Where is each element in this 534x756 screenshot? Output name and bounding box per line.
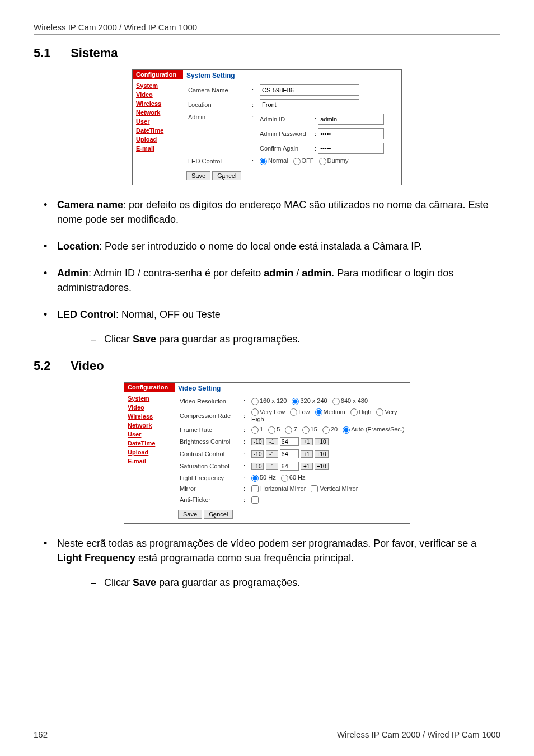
contrast-minus10[interactable]: -10 (251, 450, 264, 458)
mirror-label: Mirror (178, 483, 242, 495)
admin-label: Admin (186, 112, 250, 156)
section-title: Sistema (71, 46, 118, 60)
sidebar-item-wireless[interactable]: Wireless (136, 99, 180, 108)
sidebar-item-wireless[interactable]: Wireless (128, 412, 171, 421)
saturation-value[interactable] (280, 462, 299, 471)
fr-1-radio[interactable] (251, 426, 259, 434)
sidebar-item-user[interactable]: User (128, 430, 171, 439)
video-setting-panel: Video Setting Video Resolution : 160 x 1… (175, 383, 410, 523)
saturation-plus10[interactable]: +10 (315, 463, 329, 470)
section-number: 5.1 (34, 46, 67, 60)
confirm-again-input[interactable] (318, 143, 384, 154)
fr-15-radio[interactable] (302, 426, 310, 434)
sidebar-item-datetime[interactable]: DateTime (128, 439, 171, 448)
brightness-plus10[interactable]: +10 (315, 438, 329, 445)
sidebar-item-system[interactable]: System (128, 394, 171, 403)
contrast-value[interactable] (280, 449, 299, 458)
fr-auto-radio[interactable] (343, 426, 350, 434)
res-640-radio[interactable] (332, 398, 340, 405)
sidebar-item-system[interactable]: System (136, 81, 180, 90)
brightness-value[interactable] (280, 437, 299, 446)
bullet-location: Location: Pode ser introduzido o nome do… (44, 239, 500, 253)
compression-rate-label: Compression Rate (178, 407, 242, 425)
sidebar-item-email[interactable]: E-mail (128, 457, 171, 466)
location-input[interactable] (260, 99, 359, 110)
contrast-plus1[interactable]: +1 (301, 450, 313, 458)
res-640-text: 640 x 480 (341, 397, 368, 404)
bullet-video-desc: Neste ecrã todas as programações de víde… (44, 536, 500, 590)
camera-name-label: Camera Name (186, 83, 250, 97)
sidebar-tab-configuration[interactable]: Configuration (124, 383, 175, 392)
sidebar-item-video[interactable]: Video (128, 403, 171, 412)
sub-bullet-save-1: Clicar Save para guardar as programações… (91, 332, 500, 346)
fr-7-text: 7 (293, 426, 297, 433)
page-number: 162 (34, 730, 48, 739)
sidebar-item-video[interactable]: Video (136, 90, 180, 99)
brightness-minus10[interactable]: -10 (251, 438, 264, 445)
saturation-plus1[interactable]: +1 (301, 463, 313, 470)
horizontal-mirror-checkbox[interactable] (251, 485, 259, 492)
sidebar-item-upload[interactable]: Upload (136, 135, 180, 144)
comp-vlow-radio[interactable] (251, 408, 259, 416)
fr-5-radio[interactable] (268, 426, 275, 434)
comp-high-radio[interactable] (350, 408, 358, 416)
sidebar-item-email[interactable]: E-mail (136, 144, 180, 153)
video-save-button[interactable]: Save (178, 510, 202, 519)
camera-name-input[interactable] (260, 84, 359, 96)
system-setting-screenshot: Configuration System Video Wireless Netw… (132, 69, 402, 185)
section-5-2-heading: 5.2 Video (34, 359, 500, 373)
comp-vhigh-radio[interactable] (376, 408, 383, 416)
comp-med-radio[interactable] (315, 408, 322, 416)
video-cancel-button[interactable]: Cancel (204, 510, 233, 519)
sidebar-item-user[interactable]: User (136, 117, 180, 126)
anti-flicker-checkbox[interactable] (251, 496, 259, 504)
sidebar-tab-configuration[interactable]: Configuration (133, 70, 183, 79)
freq-50-radio[interactable] (251, 475, 259, 482)
freq-60-text: 60 Hz (289, 474, 306, 481)
fr-auto-text: Auto (351, 426, 364, 433)
saturation-minus10[interactable]: -10 (251, 463, 264, 470)
comp-high-text: High (359, 408, 372, 415)
sidebar-item-network[interactable]: Network (136, 108, 180, 117)
led-dummy-text: Dummy (327, 157, 349, 164)
contrast-minus1[interactable]: -1 (266, 450, 278, 458)
sidebar-item-network[interactable]: Network (128, 421, 171, 430)
video-setting-screenshot: Configuration System Video Wireless Netw… (124, 382, 410, 524)
res-160-radio[interactable] (251, 398, 259, 405)
confirm-again-label: Confirm Again (260, 145, 313, 152)
section-5-1-heading: 5.1 Sistema (34, 46, 500, 60)
saturation-label: Saturation Control (178, 460, 242, 472)
contrast-plus10[interactable]: +10 (315, 450, 329, 458)
res-320-text: 320 x 240 (300, 397, 327, 404)
comp-low-text: Low (298, 408, 310, 415)
sidebar-item-upload[interactable]: Upload (128, 448, 171, 457)
freq-60-radio[interactable] (281, 475, 288, 482)
system-cancel-button[interactable]: Cancel (212, 171, 241, 180)
led-normal-radio[interactable] (260, 158, 267, 165)
comp-low-radio[interactable] (290, 408, 297, 416)
system-save-button[interactable]: Save (186, 171, 210, 180)
section-title: Video (71, 359, 104, 373)
admin-password-input[interactable] (318, 128, 384, 139)
page-header: Wireless IP Cam 2000 / Wired IP Cam 1000 (34, 22, 500, 35)
sidebar-item-datetime[interactable]: DateTime (136, 126, 180, 135)
mouse-cursor-icon: ↖ (219, 173, 226, 182)
led-off-radio[interactable] (293, 158, 301, 165)
fr-7-radio[interactable] (285, 426, 292, 434)
fr-suffix: (Frames/Sec.) (366, 426, 405, 433)
admin-id-input[interactable] (318, 114, 384, 125)
config-sidebar: Configuration System Video Wireless Netw… (124, 383, 175, 523)
system-setting-panel: System Setting Camera Name : Location : (183, 70, 401, 185)
contrast-label: Contrast Control (178, 448, 242, 460)
fr-1-text: 1 (260, 426, 263, 433)
fr-5-text: 5 (277, 426, 280, 433)
fr-20-radio[interactable] (322, 426, 330, 434)
saturation-minus1[interactable]: -1 (266, 463, 278, 470)
vertical-mirror-checkbox[interactable] (311, 485, 318, 492)
brightness-minus1[interactable]: -1 (266, 438, 278, 445)
res-320-radio[interactable] (292, 398, 299, 405)
panel-title-video: Video Setting (175, 383, 410, 396)
led-dummy-radio[interactable] (319, 158, 326, 165)
section-number: 5.2 (34, 359, 67, 373)
brightness-plus1[interactable]: +1 (301, 438, 313, 445)
